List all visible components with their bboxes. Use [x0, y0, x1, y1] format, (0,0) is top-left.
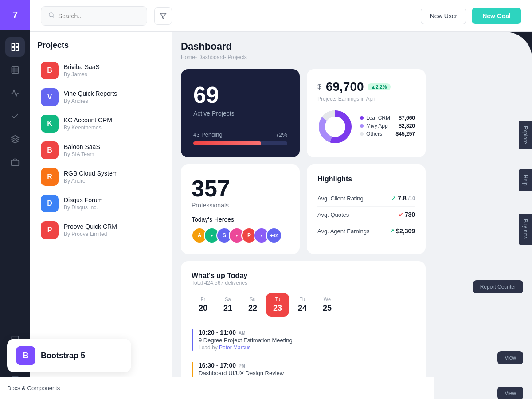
sidebar-item-chart[interactable] — [5, 83, 25, 103]
sidebar-item-layers[interactable] — [5, 129, 25, 149]
legend-amount: $45,257 — [396, 131, 415, 137]
professionals-card: 357 Professionals Today's Heroes A●S●P●+… — [181, 164, 300, 254]
legend-dot — [360, 132, 364, 136]
legend-dot — [360, 124, 364, 128]
search-input[interactable] — [58, 12, 140, 20]
page-title: Dashboard — [181, 41, 426, 52]
help-tab[interactable]: Help — [519, 169, 532, 191]
project-by: By SIA Team — [64, 151, 161, 157]
svg-rect-4 — [12, 67, 19, 74]
earnings-amount: 69,700 — [326, 80, 364, 94]
topbar: New User New Goal — [30, 0, 532, 32]
highlights-card: Highlights Avg. Client Rating ↗ 7.8/10 A… — [307, 164, 426, 254]
svg-point-14 — [49, 13, 53, 17]
calendar-day[interactable]: Tu 23 — [266, 293, 289, 317]
calendar-day[interactable]: Fr 20 — [192, 293, 215, 317]
progress-row: 43 Pending 72% — [193, 131, 287, 138]
progress-section: 43 Pending 72% — [193, 131, 287, 145]
project-item[interactable]: B Briviba SaaS By James — [37, 57, 164, 84]
event-time: 10:20 - 11:00 AM — [199, 329, 293, 336]
sidebar-logo: 7 — [0, 0, 30, 30]
projects-list: B Briviba SaaS By James V Vine Quick Rep… — [37, 57, 164, 243]
legend-item: Others $45,257 — [360, 131, 415, 137]
progress-fill — [193, 141, 261, 145]
new-user-button[interactable]: New User — [421, 8, 466, 24]
day-name: We — [321, 297, 333, 302]
calendar-subtitle: Total 424,567 deliveries — [192, 280, 415, 286]
view-button-1[interactable]: View — [497, 351, 523, 364]
event-lead-link[interactable]: Peter Marcus — [219, 344, 250, 351]
project-name: Vine Quick Reports — [64, 90, 161, 97]
right-panel: Explore Help Buy now Report Cecnter View… — [434, 32, 532, 399]
project-by: By Disqus Inc. — [64, 204, 161, 211]
event-title: Dashboard UI/UX Design Review — [199, 370, 284, 376]
day-number: 20 — [197, 304, 209, 313]
donut-chart — [317, 109, 353, 145]
project-logo: K — [41, 115, 59, 133]
highlights-list: Avg. Client Rating ↗ 7.8/10 Avg. Quotes … — [317, 190, 415, 239]
project-by: By Keenthemes — [64, 125, 161, 131]
calendar-day[interactable]: Sa 21 — [216, 293, 239, 317]
project-name: KC Account CRM — [64, 117, 161, 124]
earnings-badge: ▲2.2% — [368, 83, 391, 90]
new-goal-button[interactable]: New Goal — [472, 8, 521, 24]
highlight-value: ↗ $2,309 — [390, 227, 415, 235]
explore-tab[interactable]: Explore — [519, 121, 532, 149]
project-info: RGB Cloud System By Andrei — [64, 170, 161, 184]
project-item[interactable]: R RGB Cloud System By Andrei — [37, 164, 164, 190]
day-name: Tu — [271, 297, 284, 302]
svg-rect-0 — [12, 44, 15, 47]
trend-icon: ↙ — [399, 211, 403, 218]
sidebar-item-briefcase[interactable] — [5, 153, 25, 172]
project-logo: P — [41, 221, 59, 239]
projects-panel: Projects B Briviba SaaS By James V Vine … — [30, 32, 172, 399]
day-number: 21 — [222, 304, 234, 313]
filter-button[interactable] — [154, 7, 172, 25]
docs-bar[interactable]: Docs & Components — [30, 377, 172, 399]
project-item[interactable]: P Proove Quick CRM By Proove Limited — [37, 217, 164, 243]
calendar-day[interactable]: We 25 — [316, 293, 339, 317]
active-projects-card: 69 Active Projects 43 Pending 72% — [181, 69, 300, 157]
breadcrumb: Home- Dashboard- Projects — [181, 54, 426, 60]
earnings-dollar: $ — [317, 83, 321, 91]
highlight-item: Avg. Agent Earnings ↗ $2,309 — [317, 223, 415, 239]
legend-item: Leaf CRM $7,660 — [360, 115, 415, 121]
project-name: RGB Cloud System — [64, 170, 161, 177]
active-projects-label: Active Projects — [193, 110, 287, 117]
project-item[interactable]: V Vine Quick Reports By Andres — [37, 84, 164, 110]
calendar-day[interactable]: Tu 24 — [291, 293, 314, 317]
report-center-button[interactable]: Report Cecnter — [473, 280, 523, 293]
sidebar-nav — [5, 30, 25, 330]
project-item[interactable]: K KC Account CRM By Keenthemes — [37, 110, 164, 137]
donut-section: Leaf CRM $7,660 Mivy App $2,820 Others $… — [317, 109, 415, 145]
day-number: 25 — [321, 304, 333, 313]
project-item[interactable]: B Baloon SaaS By SIA Team — [37, 137, 164, 164]
sidebar-item-grid[interactable] — [5, 60, 25, 80]
pending-label: 43 Pending — [193, 131, 223, 138]
view-button-2[interactable]: View — [497, 387, 523, 399]
project-logo: D — [41, 195, 59, 212]
calendar-title: What's up Today — [192, 272, 415, 280]
project-info: Baloon SaaS By SIA Team — [64, 143, 161, 157]
sidebar-item-dashboard[interactable] — [5, 37, 25, 57]
project-name: Disqus Forum — [64, 196, 161, 203]
buy-tab[interactable]: Buy now — [519, 214, 532, 245]
day-name: Su — [246, 297, 259, 302]
trend-icon: ↗ — [391, 195, 396, 201]
highlight-value: ↙ 730 — [399, 211, 415, 218]
projects-title: Projects — [37, 41, 164, 50]
highlight-value: ↗ 7.8/10 — [391, 195, 415, 202]
trend-icon: ↗ — [390, 228, 394, 234]
sidebar-item-check[interactable] — [5, 106, 25, 126]
project-item[interactable]: D Disqus Forum By Disqus Inc. — [37, 190, 164, 217]
event-title: 9 Degree Project Estimation Meeting — [199, 337, 293, 344]
event-time: 16:30 - 17:00 PM — [199, 362, 284, 369]
project-logo: V — [41, 88, 59, 106]
calendar-day[interactable]: Su 22 — [241, 293, 264, 317]
legend-amount: $2,820 — [399, 123, 415, 129]
day-number: 22 — [246, 304, 259, 313]
event-lead: Lead by Peter Marcus — [199, 344, 293, 351]
svg-rect-3 — [12, 48, 15, 51]
hero-avatar: +42 — [266, 227, 282, 243]
project-name: Baloon SaaS — [64, 143, 161, 150]
